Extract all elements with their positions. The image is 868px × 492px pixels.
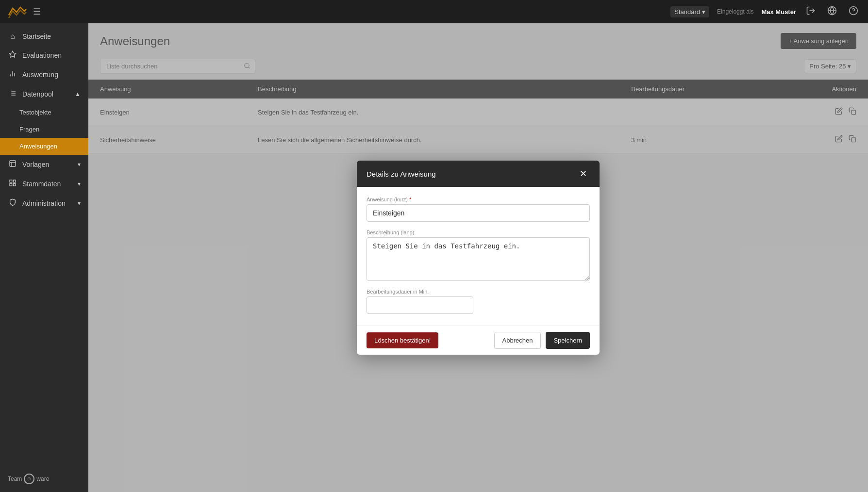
- sidebar-sub-label: Anweisungen: [19, 143, 81, 150]
- footer-logo: Team ⊙ ware: [8, 474, 81, 484]
- sidebar-sub-label: Fragen: [19, 126, 81, 133]
- form-group-dauer: Bearbeitungsdauer in Min.: [367, 289, 590, 314]
- sidebar-item-testobjekte[interactable]: Testobjekte: [0, 104, 88, 121]
- svg-rect-15: [10, 161, 16, 166]
- template-icon: [8, 160, 17, 169]
- svg-rect-18: [10, 180, 12, 182]
- sidebar-item-anweisungen[interactable]: Anweisungen: [0, 138, 88, 155]
- cancel-button[interactable]: Abbrechen: [494, 332, 541, 349]
- footer-logo-text: Team: [8, 476, 22, 482]
- modal-footer: Löschen bestätigen! Abbrechen Speichern: [357, 326, 600, 355]
- sidebar: ⌂ Startseite Evaluationen Auswertung Dat…: [0, 23, 88, 492]
- eingeloggt-label: Eingeloggt als: [717, 8, 753, 15]
- modal: Details zu Anweisung ✕ Anweisung (kurz) …: [357, 161, 600, 355]
- svg-rect-21: [10, 183, 12, 186]
- sidebar-item-auswertung[interactable]: Auswertung: [0, 65, 88, 84]
- modal-footer-right: Abbrechen Speichern: [494, 332, 590, 349]
- modal-overlay: Details zu Anweisung ✕ Anweisung (kurz) …: [88, 23, 868, 492]
- label-anweisung: Anweisung (kurz) *: [367, 197, 590, 202]
- modal-body: Anweisung (kurz) * Beschreibung (lang) S…: [357, 187, 600, 326]
- chevron-down-icon: ▾: [78, 200, 81, 207]
- label-dauer: Bearbeitungsdauer in Min.: [367, 289, 590, 295]
- svg-rect-20: [13, 183, 16, 186]
- layout: ⌂ Startseite Evaluationen Auswertung Dat…: [0, 23, 868, 492]
- standard-select[interactable]: Standard ▾: [670, 6, 709, 17]
- sidebar-item-label: Evaluationen: [22, 51, 81, 59]
- main-content: Anweisungen + Anweisung anlegen Pro Seit…: [88, 23, 868, 492]
- chevron-down-icon: ▾: [78, 180, 81, 187]
- svg-marker-5: [9, 51, 16, 57]
- sidebar-item-datenpool[interactable]: Datenpool ▲: [0, 84, 88, 104]
- list-icon: [8, 89, 17, 99]
- label-beschreibung: Beschreibung (lang): [367, 230, 590, 235]
- sidebar-item-vorlagen[interactable]: Vorlagen ▾: [0, 155, 88, 174]
- help-button[interactable]: [847, 4, 860, 20]
- hamburger-icon[interactable]: ☰: [33, 6, 41, 17]
- star-icon: [8, 50, 17, 60]
- sidebar-sub-label: Testobjekte: [19, 109, 81, 116]
- chart-icon: [8, 70, 17, 80]
- standard-label: Standard: [674, 8, 700, 16]
- textarea-beschreibung[interactable]: Steigen Sie in das Testfahrzeug ein.: [367, 237, 590, 281]
- sidebar-item-evaluationen[interactable]: Evaluationen: [0, 46, 88, 65]
- sidebar-footer: Team ⊙ ware: [0, 466, 88, 492]
- topbar: ☰ Standard ▾ Eingeloggt als Max Muster: [0, 0, 868, 23]
- sidebar-item-administration[interactable]: Administration ▾: [0, 194, 88, 213]
- delete-confirm-button[interactable]: Löschen bestätigen!: [367, 332, 438, 348]
- modal-title: Details zu Anweisung: [367, 170, 436, 178]
- modal-close-button[interactable]: ✕: [577, 167, 590, 180]
- modal-header: Details zu Anweisung ✕: [357, 161, 600, 187]
- sidebar-item-stammdaten[interactable]: Stammdaten ▾: [0, 174, 88, 194]
- chevron-up-icon: ▲: [75, 91, 81, 98]
- sidebar-item-label: Datenpool: [22, 90, 70, 98]
- topbar-right: Standard ▾ Eingeloggt als Max Muster: [670, 4, 860, 20]
- svg-rect-19: [13, 180, 16, 182]
- input-anweisung[interactable]: [367, 204, 590, 222]
- form-group-anweisung: Anweisung (kurz) *: [367, 197, 590, 222]
- sidebar-item-label: Vorlagen: [22, 161, 73, 168]
- save-button[interactable]: Speichern: [546, 332, 590, 349]
- grid-icon: [8, 179, 17, 189]
- sidebar-sub-datenpool: Testobjekte Fragen Anweisungen: [0, 104, 88, 155]
- sidebar-item-label: Startseite: [22, 33, 81, 40]
- form-group-beschreibung: Beschreibung (lang) Steigen Sie in das T…: [367, 230, 590, 281]
- sidebar-item-startseite[interactable]: ⌂ Startseite: [0, 27, 88, 46]
- sidebar-item-label: Administration: [22, 199, 73, 207]
- footer-logo-sub: ware: [36, 476, 49, 482]
- sidebar-item-fragen[interactable]: Fragen: [0, 121, 88, 138]
- logout-button[interactable]: [804, 4, 818, 20]
- chevron-down-icon: ▾: [78, 161, 81, 168]
- chevron-down-icon: ▾: [702, 8, 705, 16]
- home-icon: ⌂: [8, 32, 17, 41]
- app-logo: [8, 4, 27, 19]
- sidebar-item-label: Auswertung: [22, 71, 81, 79]
- shield-icon: [8, 198, 17, 208]
- globe-button[interactable]: [825, 4, 839, 20]
- sidebar-item-label: Stammdaten: [22, 180, 73, 188]
- username-label: Max Muster: [761, 8, 796, 16]
- input-dauer[interactable]: [367, 296, 473, 314]
- footer-logo-circle: ⊙: [24, 474, 34, 484]
- topbar-left: ☰: [8, 4, 41, 19]
